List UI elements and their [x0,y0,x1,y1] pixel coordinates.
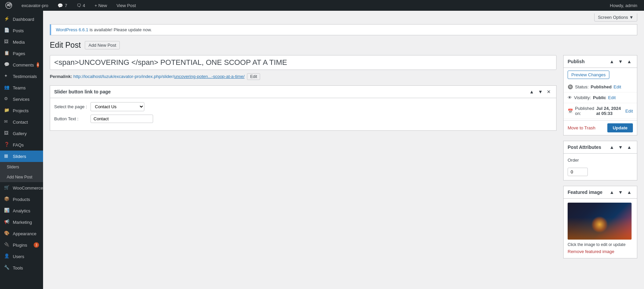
appearance-icon: 🎨 [4,231,10,237]
meta-box-down-button[interactable]: ▼ [537,88,544,95]
editor-layout: Permalink: http://localhost/luzuk/excava… [50,55,637,264]
posts-icon: 📄 [4,28,10,34]
permalink-slug[interactable]: uncovering-poten...-scoop-at-a-time/ [174,74,245,79]
sidebar-item-appearance[interactable]: 🎨 Appearance [0,228,43,239]
visibility-value: Public [593,95,606,100]
comments-count[interactable]: 💬 7 [55,0,70,11]
publish-title: Publish [568,59,585,64]
featured-image-caption: Click the image to edit or update [568,242,633,247]
adminbar-left: excavator-pro 💬 7 🗨 4 + New View Post [3,0,139,11]
main-content: Screen Options ▼ WordPress 6.6.1 is avai… [43,11,644,289]
page-title: Edit Post [50,41,81,50]
status-row: 🔘 Status: Published Edit [564,82,637,92]
screen-options-button[interactable]: Screen Options ▼ [594,13,637,22]
publish-meta-box: Publish ▲ ▼ ▲ Preview Changes 🔘 Status: … [563,55,637,135]
update-notice: WordPress 6.6.1 is available! Please upd… [50,24,637,35]
sidebar-item-contact[interactable]: ✉ Contact [0,116,43,128]
move-to-trash-link[interactable]: Move to Trash [568,125,595,130]
publish-close-button[interactable]: ▲ [625,58,633,65]
feedback-count[interactable]: 🗨 4 [74,0,88,11]
sidebar-item-sliders[interactable]: ▦ Sliders [0,151,43,162]
published-on-row: 📅 Published on: Jul 24, 2024 at 05:33 Ed… [564,103,637,119]
screen-options-bar: Screen Options ▼ [50,13,637,22]
visibility-row: 👁 Visibility: Public Edit [564,92,637,103]
status-label: Status: [575,84,588,89]
publish-controls: ▲ ▼ ▲ [608,58,633,65]
permalink-edit-button[interactable]: Edit [247,73,260,80]
sliders-icon: ▦ [4,153,10,159]
visibility-label: Visibility: [574,95,591,100]
post-title-input[interactable] [50,55,557,70]
wp-version-link[interactable]: WordPress 6.6.1 [56,27,88,32]
sidebar-item-tools[interactable]: 🔧 Tools [0,262,43,274]
featured-image-header: Featured image ▲ ▼ ▲ [564,186,637,199]
update-button[interactable]: Update [607,123,633,132]
featured-image-thumbnail[interactable] [568,203,632,240]
sidebar-item-marketing[interactable]: 📢 Marketing [0,216,43,228]
sliders-submenu: Sliders Add New Post [0,162,43,182]
featured-img-close-button[interactable]: ▲ [625,189,633,196]
featured-img-up-button[interactable]: ▲ [608,189,615,196]
sidebar-item-comments[interactable]: 💬 Comments 4 [0,59,43,71]
site-name[interactable]: excavator-pro [19,0,51,11]
permalink-url[interactable]: http://localhost/luzuk/excavator-pro/ind… [73,74,174,79]
status-icon: 🔘 [568,84,573,89]
meta-box-close-button[interactable]: ✕ [545,88,552,95]
sidebar-item-dashboard[interactable]: ⚡ Dashboard [0,13,43,25]
submenu-sliders[interactable]: Sliders [0,162,43,172]
status-edit-link[interactable]: Edit [614,84,621,89]
sidebar-item-plugins[interactable]: 🔌 Plugins 3 [0,239,43,251]
new-content[interactable]: + New [92,0,110,11]
order-input[interactable] [568,168,588,176]
post-attr-down-button[interactable]: ▼ [617,144,624,151]
editor-sidebar: Publish ▲ ▼ ▲ Preview Changes 🔘 Status: … [563,55,637,264]
view-post[interactable]: View Post [114,0,139,11]
featured-image-controls: ▲ ▼ ▲ [608,189,633,196]
sidebar-item-teams[interactable]: 👥 Teams [0,82,43,93]
sidebar-item-services[interactable]: ⚙ Services [0,93,43,105]
page-header: Edit Post Add New Post [50,41,637,50]
wp-logo[interactable] [3,0,15,11]
post-attr-up-button[interactable]: ▲ [608,144,615,151]
testimonials-icon: ✦ [4,73,10,79]
remove-featured-image-link[interactable]: Remove featured image [568,249,614,254]
featured-img-down-button[interactable]: ▼ [617,189,624,196]
submenu-add-new-post[interactable]: Add New Post [0,172,43,182]
select-page-label: Select the page : [54,104,88,109]
post-attributes-controls: ▲ ▼ ▲ [608,144,633,151]
visibility-edit-link[interactable]: Edit [608,95,615,100]
pages-icon: 📋 [4,50,10,56]
tools-icon: 🔧 [4,265,10,271]
preview-changes-button[interactable]: Preview Changes [568,71,609,79]
sidebar-item-users[interactable]: 👤 Users [0,251,43,262]
sidebar-item-pages[interactable]: 📋 Pages [0,48,43,59]
sidebar-item-testimonials[interactable]: ✦ Testimonials [0,71,43,82]
post-attributes-body: Order [564,154,637,180]
sidebar-item-products[interactable]: 📦 Products [0,194,43,205]
select-page-row: Select the page : Contact Us Home About … [54,102,552,111]
button-text-label: Button Text : [54,116,88,121]
gallery-icon: 🖼 [4,130,10,136]
faqs-icon: ❓ [4,142,10,148]
sidebar-item-projects[interactable]: 📁 Projects [0,105,43,116]
published-date: Jul 24, 2024 at 05:33 [596,106,623,116]
publish-meta-box-header: Publish ▲ ▼ ▲ [564,55,637,68]
sidebar-item-posts[interactable]: 📄 Posts [0,25,43,36]
sidebar-item-media[interactable]: 🖼 Media [0,36,43,48]
post-attr-close-button[interactable]: ▲ [625,144,633,151]
status-value: Published [591,84,611,89]
publish-down-button[interactable]: ▼ [617,58,624,65]
sidebar-item-gallery[interactable]: 🖼 Gallery [0,128,43,139]
contact-icon: ✉ [4,119,10,125]
button-text-input[interactable] [91,115,153,123]
published-edit-link[interactable]: Edit [625,109,633,114]
add-new-post-button[interactable]: Add New Post [85,41,120,49]
sidebar-item-woocommerce[interactable]: 🛒 WooCommerce [0,182,43,194]
media-icon: 🖼 [4,39,10,45]
select-page-dropdown[interactable]: Contact Us Home About Services Projects … [91,102,144,111]
sidebar-item-faqs[interactable]: ❓ FAQs [0,139,43,151]
meta-box-up-button[interactable]: ▲ [528,88,535,95]
sidebar-item-analytics[interactable]: 📊 Analytics [0,205,43,216]
publish-up-button[interactable]: ▲ [608,58,615,65]
slider-meta-box-title: Slider button link to page [54,89,111,94]
